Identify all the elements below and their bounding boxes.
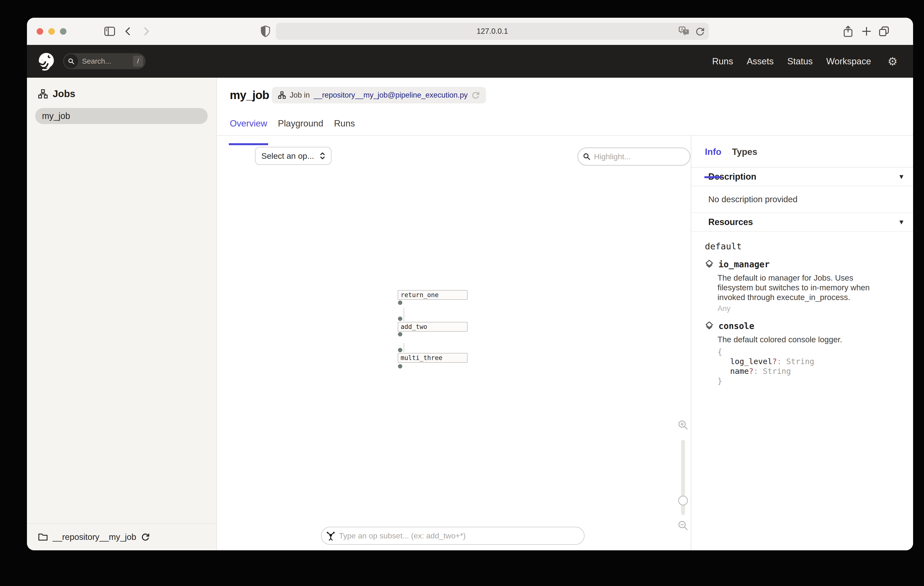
zoom-window-button[interactable] — [60, 28, 66, 35]
highlight-search — [578, 147, 690, 166]
resource-name: io_manager — [718, 260, 770, 269]
app-header: Search... / Runs Assets Status Workspace… — [27, 45, 913, 78]
forward-button[interactable] — [141, 26, 151, 36]
op-selector-dropdown[interactable]: Select an op... — [255, 147, 332, 165]
resource-type: Any — [718, 304, 904, 313]
resource-name: console — [718, 321, 754, 331]
chevron-down-icon: ▼ — [899, 174, 903, 180]
tab-info[interactable]: Info — [705, 147, 721, 167]
minimize-window-button[interactable] — [48, 28, 55, 35]
browser-window: 127.0.0.1 A * — [27, 18, 913, 550]
resource-description: The default colored console logger. — [718, 335, 875, 344]
top-nav: Runs Assets Status Workspace ⚙ — [712, 45, 898, 78]
nav-runs[interactable]: Runs — [712, 56, 733, 66]
op-subset-input[interactable] — [339, 531, 584, 540]
resources-title: Resources — [708, 217, 753, 227]
close-window-button[interactable] — [36, 28, 43, 35]
privacy-shield-icon[interactable] — [261, 25, 271, 37]
input-port-dot — [398, 348, 402, 352]
search-placeholder: Search... — [82, 57, 133, 65]
search-shortcut-key: / — [133, 56, 143, 67]
resource-group-name: default — [705, 241, 904, 251]
translate-icon[interactable]: A * — [679, 26, 690, 36]
url-text: 127.0.0.1 — [477, 27, 508, 36]
schema-field: name?: String — [718, 366, 904, 376]
output-port-dot — [398, 332, 402, 336]
refresh-icon[interactable] — [141, 533, 150, 541]
jobs-sidebar: Jobs my_job __repository__my_job — [27, 78, 217, 550]
op-selector-icon — [326, 531, 336, 541]
sidebar-title: Jobs — [53, 88, 75, 99]
chevron-down-icon: ▼ — [899, 219, 903, 225]
resources-body: default io_manager The default io — [691, 232, 913, 386]
output-port-dot — [398, 364, 402, 369]
job-tabs: Overview Playground Runs — [230, 118, 355, 136]
nav-status[interactable]: Status — [787, 56, 813, 66]
op-node-add-two[interactable]: add_two — [398, 322, 468, 332]
dagster-logo[interactable] — [38, 52, 56, 71]
zoom-slider-handle[interactable] — [678, 496, 688, 505]
svg-text:*: * — [685, 30, 687, 34]
dag-edge — [404, 308, 404, 321]
op-selector-label: Select an op... — [261, 151, 314, 161]
tab-types[interactable]: Types — [732, 147, 757, 167]
panel-tabs: Info Types — [691, 136, 913, 167]
job-icon — [278, 91, 286, 99]
resource-icon — [705, 321, 714, 331]
schema-field: log_level?: String — [718, 357, 904, 366]
reload-repo-icon[interactable] — [472, 91, 480, 99]
resources-section-header[interactable]: Resources ▼ — [691, 213, 913, 232]
resource-description: The default io manager for Jobs. Uses fi… — [718, 273, 875, 302]
share-icon[interactable] — [843, 25, 853, 37]
sidebar-header: Jobs — [38, 88, 216, 99]
global-search-input[interactable]: Search... / — [63, 53, 145, 69]
page-title: my_job — [230, 88, 269, 102]
folder-icon — [38, 533, 48, 541]
search-icon — [583, 153, 591, 161]
input-port-dot — [398, 316, 402, 321]
nav-workspace[interactable]: Workspace — [826, 56, 871, 66]
address-bar[interactable]: 127.0.0.1 A * — [276, 23, 709, 40]
chevron-up-down-icon — [319, 152, 326, 160]
op-subset-search — [321, 527, 584, 545]
config-schema: { log_level?: String name?: String } — [718, 347, 904, 386]
schema-open-brace: { — [718, 347, 904, 357]
dag-edge — [404, 343, 404, 352]
sidebar-item-my-job[interactable]: my_job — [35, 108, 208, 124]
resource-icon — [705, 260, 714, 269]
sidebar-footer: __repository__my_job — [27, 523, 216, 550]
zoom-out-icon[interactable] — [678, 520, 689, 531]
resource-io-manager: io_manager The default io manager for Jo… — [705, 260, 904, 313]
browser-toolbar: 127.0.0.1 A * — [27, 18, 913, 45]
zoom-in-icon[interactable] — [678, 419, 689, 430]
job-origin-badge[interactable]: Job in __repository__my_job@pipeline_exe… — [272, 87, 486, 103]
description-body: No description provided — [691, 186, 913, 213]
search-icon — [64, 54, 78, 68]
tab-runs[interactable]: Runs — [334, 118, 355, 136]
description-section-header[interactable]: Description ▼ — [691, 167, 913, 186]
settings-gear-icon[interactable]: ⚙ — [888, 56, 898, 67]
schema-close-brace: } — [718, 376, 904, 386]
nav-assets[interactable]: Assets — [747, 56, 774, 66]
highlight-input[interactable] — [594, 152, 696, 161]
reload-icon[interactable] — [695, 26, 705, 36]
new-tab-icon[interactable] — [861, 26, 872, 36]
traffic-lights — [36, 28, 66, 35]
job-main: my_job Job in __repository__my_job@pipel… — [217, 78, 913, 550]
badge-repo-link[interactable]: __repository__my_job@pipeline_execution.… — [314, 91, 468, 99]
back-button[interactable] — [124, 26, 133, 36]
tab-playground[interactable]: Playground — [278, 118, 323, 136]
op-node-multi-three[interactable]: multi_three — [398, 353, 468, 363]
tab-overview[interactable]: Overview — [230, 118, 267, 136]
badge-prefix: Job in — [290, 91, 310, 99]
resource-console: console The default colored console logg… — [705, 321, 904, 386]
info-panel: Info Types Description ▼ No description … — [691, 136, 913, 550]
sidebar-toggle-icon[interactable] — [104, 26, 115, 36]
tab-overview-icon[interactable] — [878, 25, 890, 37]
op-node-return-one[interactable]: return_one — [398, 290, 468, 300]
repository-name: __repository__my_job — [53, 532, 136, 542]
job-icon — [38, 89, 48, 99]
output-port-dot — [398, 301, 402, 305]
